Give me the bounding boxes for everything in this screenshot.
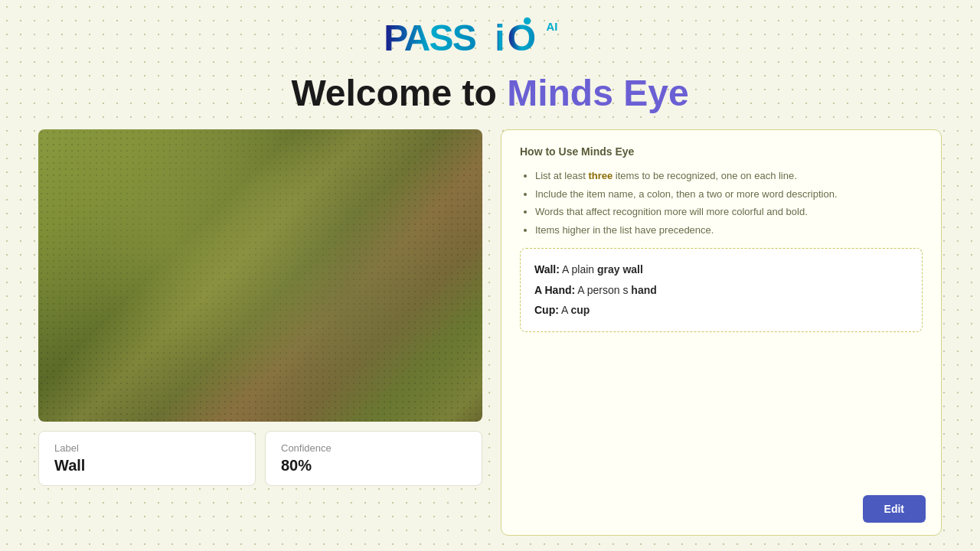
logo-area: PASS i O AI <box>377 15 603 64</box>
item-bold-2: hand <box>631 284 656 296</box>
label-card-value: Wall <box>54 457 240 474</box>
item-bold-1: gray wall <box>597 263 643 276</box>
item-name-1: Wall: <box>534 263 560 276</box>
item-text-2: A person s <box>577 284 631 296</box>
video-texture <box>38 129 482 422</box>
page-wrapper: PASS i O AI Welcome to Minds Eye Label <box>0 0 980 551</box>
right-panel: How to Use Minds Eye List at least three… <box>501 129 942 536</box>
item-text-1: A plain <box>562 263 597 276</box>
item-name-2: A Hand: <box>534 284 575 296</box>
label-card: Label Wall <box>38 431 256 486</box>
instruction-item-1: List at least three items to be recogniz… <box>535 168 923 184</box>
instruction-item-4: Items higher in the list have precedence… <box>535 223 923 238</box>
instruction-item-3: Words that affect recognition more will … <box>535 204 923 220</box>
page-headline: Welcome to Minds Eye <box>291 72 688 114</box>
instructions-title: How to Use Minds Eye <box>520 145 923 158</box>
headline-prefix: Welcome to <box>291 73 507 113</box>
video-frame <box>38 129 482 422</box>
item-text-3: A <box>561 304 570 316</box>
svg-text:O: O <box>508 18 536 58</box>
instruction-highlight-three: three <box>588 170 612 181</box>
instruction-item-2: Include the item name, a colon, then a t… <box>535 187 923 202</box>
svg-text:PASS: PASS <box>384 18 477 58</box>
confidence-card-header: Confidence <box>281 442 466 454</box>
instructions-panel: How to Use Minds Eye List at least three… <box>501 129 942 536</box>
headline-accent: Minds Eye <box>507 73 688 113</box>
info-row: Label Wall Confidence 80% <box>38 431 482 486</box>
item-line-3: Cup: A cup <box>534 300 908 321</box>
left-panel: Label Wall Confidence 80% <box>38 129 482 536</box>
edit-button[interactable]: Edit <box>863 495 926 523</box>
item-line-1: Wall: A plain gray wall <box>534 259 908 280</box>
svg-text:i: i <box>495 18 505 58</box>
item-line-2: A Hand: A person s hand <box>534 280 908 301</box>
confidence-card: Confidence 80% <box>265 431 482 486</box>
item-name-3: Cup: <box>534 304 559 316</box>
instructions-list: List at least three items to be recogniz… <box>520 168 923 237</box>
item-bold-3: cup <box>570 304 590 316</box>
confidence-card-value: 80% <box>281 457 466 474</box>
passio-ai-logo: PASS i O AI <box>377 15 603 61</box>
items-box: Wall: A plain gray wall A Hand: A person… <box>520 248 923 332</box>
svg-point-3 <box>524 18 531 24</box>
label-card-header: Label <box>54 442 240 454</box>
svg-text:AI: AI <box>547 21 558 33</box>
main-content: Label Wall Confidence 80% How to Use Min… <box>38 129 942 536</box>
